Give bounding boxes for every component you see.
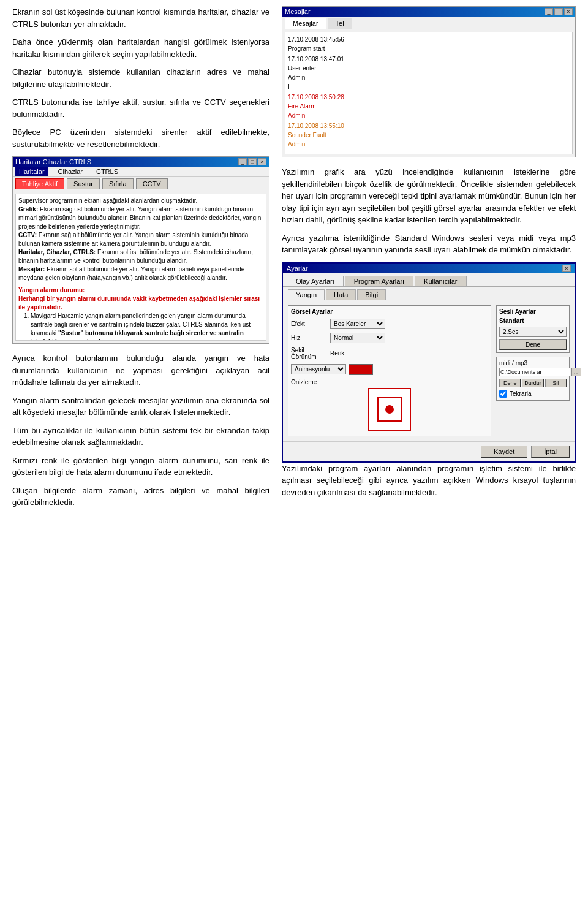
left-para3: Cihazlar butonuyla sistemde kullanılan c… bbox=[12, 66, 270, 90]
msg-content: 17.10.2008 13:45:56 Program start 17.10.… bbox=[285, 32, 573, 154]
tab-mesajlar[interactable]: Mesajlar bbox=[285, 18, 326, 29]
iptal-btn[interactable]: İptal bbox=[531, 446, 570, 458]
cctv-btn[interactable]: CCTV bbox=[136, 178, 168, 189]
right-para3: Yazılımdaki program ayarları alanından p… bbox=[282, 463, 576, 499]
midi-sil-btn[interactable]: Sil bbox=[545, 379, 567, 387]
msg-close-btn[interactable]: × bbox=[564, 8, 573, 15]
left-para7: Yangın alarm santralından gelecek mesajl… bbox=[12, 395, 270, 419]
hiz-row: Hız Normal bbox=[291, 333, 488, 343]
msg-time-4: 17.10.2008 13:55:10 bbox=[288, 123, 344, 129]
hcc-window: Haritalar Cihazlar CTRLS _ □ × Haritalar… bbox=[12, 156, 270, 344]
tekrarla-label: Tekrarla bbox=[510, 390, 532, 397]
msg-admin-2: Admin bbox=[288, 112, 305, 119]
tab-olay-ayarlari[interactable]: Olay Ayarları bbox=[287, 276, 344, 286]
hcc-alarm-title: Yangın alarmı durumu: bbox=[18, 286, 263, 295]
hcc-menu-haritalar[interactable]: Haritalar bbox=[15, 167, 48, 176]
left-para10: Oluşan bilgilerde alarm zamanı, adres bi… bbox=[12, 485, 270, 509]
msg-admin-1: Admin bbox=[288, 74, 305, 81]
hcc-content: Supervisor programının ekranı aşağıdaki … bbox=[15, 194, 266, 341]
ayarlar-window: Ayarlar × Olay Ayarları Program Ayarları… bbox=[282, 262, 576, 463]
sesli-title: Sesli Ayarlar bbox=[499, 308, 567, 315]
kaydet-btn[interactable]: Kaydet bbox=[481, 446, 527, 458]
msg-minimize-btn[interactable]: _ bbox=[545, 8, 553, 15]
shape-dot bbox=[385, 405, 394, 414]
midi-durdur-btn[interactable]: Durdur bbox=[522, 379, 543, 387]
sekil-row: Şekil Görünüm Renk bbox=[291, 347, 488, 360]
sustur-btn[interactable]: Sustur bbox=[67, 178, 100, 189]
left-para9: Kırmızı renk ile gösterilen bilgi yangın… bbox=[12, 455, 270, 479]
standart-group: Sesli Ayarlar Standart 2.Ses Dene bbox=[496, 305, 570, 353]
msg-row-3: 17.10.2008 13:50:28 Fire Alarm Admin bbox=[288, 93, 570, 120]
gorsel-ayarlar-panel: Görsel Ayarlar Efekt Bos Kareler Hız Nor… bbox=[288, 305, 491, 436]
hcc-titlebar: Haritalar Cihazlar CTRLS _ □ × bbox=[13, 157, 269, 167]
tekrarla-checkbox[interactable] bbox=[499, 390, 507, 398]
msg-text-1: Program start bbox=[288, 45, 325, 52]
hcc-line1: Supervisor programının ekranı aşağıdaki … bbox=[18, 197, 263, 205]
msg-win-controls: _ □ × bbox=[545, 8, 573, 15]
msg-title: Mesajlar bbox=[285, 8, 311, 15]
hiz-select[interactable]: Normal bbox=[330, 333, 385, 343]
sifirla-btn[interactable]: Sıfırla bbox=[102, 178, 134, 189]
msg-text-4: Sounder Fault bbox=[288, 132, 326, 138]
hcc-step1: Mavigard Harezmic yangın alarm panelleri… bbox=[31, 312, 263, 341]
hcc-warning: Yangın alarmı durumu: Herhangi bir yangı… bbox=[18, 286, 263, 341]
hcc-line3: CCTV: Ekranın sağ alt bölümünde yer alır… bbox=[18, 231, 263, 248]
ayar-body: Görsel Ayarlar Efekt Bos Kareler Hız Nor… bbox=[283, 300, 575, 441]
right-column: Mesajlar _ □ × Mesajlar Tel 17.10.2008 1… bbox=[282, 6, 576, 515]
standart-select[interactable]: 2.Ses bbox=[499, 327, 567, 337]
midi-browse-btn[interactable]: ... bbox=[571, 368, 581, 376]
left-para5: Böylece PC üzerinden sistemdeki sirenler… bbox=[12, 126, 270, 150]
tab-kullanicilar[interactable]: Kullanıcılar bbox=[415, 276, 466, 286]
left-para6: Ayrıca kontrol butonlarının bulunduğu al… bbox=[12, 352, 270, 389]
right-para2: Ayrıca yazılıma istenildiğinde Standard … bbox=[282, 232, 576, 256]
msg-row-1: 17.10.2008 13:45:56 Program start bbox=[288, 35, 570, 53]
midi-group: midi / mp3 ... Dene Durdur Sil Tekr bbox=[496, 357, 570, 401]
renk-label: Renk bbox=[330, 350, 367, 357]
efekt-label: Efekt bbox=[291, 321, 328, 327]
hcc-menu-ctrls[interactable]: CTRLS bbox=[92, 167, 122, 176]
msg-maximize-btn[interactable]: □ bbox=[554, 8, 563, 15]
hcc-minimize-btn[interactable]: _ bbox=[238, 158, 247, 165]
hcc-win-controls: _ □ × bbox=[238, 158, 266, 165]
sekil-label: Şekil Görünüm bbox=[291, 347, 328, 360]
tahliye-aktif-btn[interactable]: Tahliye Aktif bbox=[15, 178, 64, 189]
hcc-close-btn[interactable]: × bbox=[258, 158, 266, 165]
left-para1: Ekranın sol üst köşesinde bulunan kontro… bbox=[12, 6, 270, 30]
midi-path-row: ... bbox=[499, 368, 567, 376]
animasyon-select[interactable]: Animasyonlu bbox=[291, 364, 346, 374]
hiz-label: Hız bbox=[291, 335, 328, 341]
msg-row-2: 17.10.2008 13:47:01 User enter Admin I bbox=[288, 55, 570, 91]
ayar-title: Ayarlar bbox=[287, 265, 308, 272]
hcc-menu-cihazlar[interactable]: Cihazlar bbox=[55, 167, 86, 176]
sesli-ayarlar-panel: Sesli Ayarlar Standart 2.Ses Dene midi /… bbox=[496, 305, 570, 436]
ayar-sub-tabs: Yangın Hata Bilgi bbox=[283, 287, 575, 300]
midi-path-input[interactable] bbox=[499, 368, 570, 376]
midi-btns: Dene Durdur Sil bbox=[499, 379, 567, 387]
hcc-line2: Grafik: Ekranın sağ üst bölümünde yer al… bbox=[18, 205, 263, 231]
subtab-hata[interactable]: Hata bbox=[326, 289, 356, 300]
midi-dene-btn[interactable]: Dene bbox=[499, 379, 521, 387]
efekt-select[interactable]: Bos Kareler bbox=[330, 319, 385, 329]
hcc-title: Haritalar Cihazlar CTRLS bbox=[15, 158, 91, 165]
tab-tel[interactable]: Tel bbox=[328, 18, 352, 29]
msg-time-3: 17.10.2008 13:50:28 bbox=[288, 94, 344, 101]
standart-label: Standart bbox=[499, 317, 567, 324]
hcc-maximize-btn[interactable]: □ bbox=[248, 158, 257, 165]
ayar-titlebar: Ayarlar × bbox=[283, 264, 575, 273]
msg-time-1: 17.10.2008 13:45:56 bbox=[288, 36, 344, 43]
hcc-line4: Haritalar, Cihazlar, CTRLS: Ekranın sol … bbox=[18, 248, 263, 265]
shape-preview bbox=[368, 388, 411, 431]
subtab-bilgi[interactable]: Bilgi bbox=[357, 289, 386, 300]
msg-titlebar: Mesajlar _ □ × bbox=[282, 7, 575, 17]
left-para8: Tüm bu ayrıcalıklar ile kullanıcının büt… bbox=[12, 425, 270, 449]
hcc-alarm-subtitle: Herhangi bir yangın alarmı durumunda vak… bbox=[18, 295, 263, 312]
msg-admin-3: Admin bbox=[288, 141, 305, 148]
left-para4: CTRLS butonunda ise tahliye aktif, sustu… bbox=[12, 96, 270, 120]
ayar-close-btn[interactable]: × bbox=[562, 265, 571, 272]
dene-btn[interactable]: Dene bbox=[499, 339, 567, 350]
tab-program-ayarlari[interactable]: Program Ayarları bbox=[345, 276, 413, 286]
hcc-line5: Mesajlar: Ekranın sol alt bölümünde yer … bbox=[18, 265, 263, 283]
hcc-menubar: Haritalar Cihazlar CTRLS bbox=[13, 167, 269, 177]
msg-cursor: I bbox=[288, 83, 290, 90]
subtab-yangin[interactable]: Yangın bbox=[288, 289, 325, 300]
